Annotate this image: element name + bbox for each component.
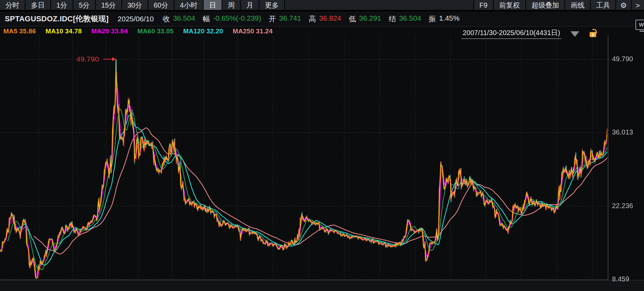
y-axis-label-high: 49.790 [612, 55, 633, 63]
settle-field: 结 36.504 [389, 14, 421, 24]
tab-1min[interactable]: 1分 [51, 0, 73, 10]
open-field: 开 36.741 [269, 14, 301, 24]
ma20-legend: MA20 33.84 [92, 28, 128, 35]
candlestick-chart-canvas[interactable] [0, 26, 644, 291]
dropdown-triangle-icon[interactable] [570, 31, 579, 37]
high-field: 高 36.824 [309, 14, 341, 24]
ma250-legend: MA250 31.24 [233, 28, 273, 35]
wenhua-logo-icon: WF [635, 20, 644, 30]
unlock-icon[interactable] [590, 32, 596, 37]
close-field: 收 36.504 [163, 14, 195, 24]
toolbar-spacer [285, 0, 473, 10]
f9-button[interactable]: F9 [474, 0, 493, 10]
tab-more[interactable]: 更多 [259, 0, 284, 10]
tab-monthly[interactable]: 月 [241, 0, 259, 10]
tab-30min[interactable]: 30分 [122, 0, 148, 10]
period-toolbar: 分时 多日 1分 5分 15分 30分 60分 4小时 日 周 月 更多 F9 … [0, 0, 644, 11]
chart-panel: MA5 35.86 MA10 34.78 MA20 33.84 MA60 33.… [0, 26, 644, 291]
y-axis-label-upper: 36.013 [612, 128, 633, 136]
tab-4hour[interactable]: 4小时 [174, 0, 203, 10]
ma-legend: MA5 35.86 MA10 34.78 MA20 33.84 MA60 33.… [3, 28, 273, 35]
y-axis-label-low: 8.459 [612, 275, 629, 283]
tab-daily[interactable]: 日 [204, 0, 222, 10]
change-field: 幅 -0.65%(-0.239) [203, 14, 261, 24]
forward-adjust-button[interactable]: 前复权 [494, 0, 525, 10]
tab-weekly[interactable]: 周 [222, 0, 240, 10]
ma120-legend: MA120 32.20 [183, 28, 223, 35]
tab-60min[interactable]: 60分 [148, 0, 174, 10]
date-range-selector[interactable]: 2007/11/30-2025/06/10(4431日) [461, 28, 596, 39]
annotation-arrow-icon [104, 59, 112, 60]
low-field: 低 36.291 [349, 14, 381, 24]
ma60-legend: MA60 33.05 [137, 28, 173, 35]
draw-line-button[interactable]: 画线 [565, 0, 590, 10]
date-range-text[interactable]: 2007/11/30-2025/06/10(4431日) [461, 28, 561, 39]
time-axis-strip [0, 280, 644, 291]
chevron-right-icon[interactable]: > [632, 0, 644, 10]
all-time-high-annotation: 49.790 [76, 55, 99, 63]
gear-icon[interactable]: ⚙ [616, 0, 631, 10]
y-axis-label-lower: 22.236 [612, 202, 633, 210]
quote-info-bar: SPTAGUSDOZ.IDC[伦敦银现] 2025/06/10 收 36.504… [0, 11, 644, 26]
amplitude-field: 振 1.45% [429, 14, 460, 24]
quote-date: 2025/06/10 [118, 15, 154, 23]
tab-15min[interactable]: 15分 [96, 0, 121, 10]
ma10-legend: MA10 34.78 [46, 28, 82, 35]
tab-timeline[interactable]: 分时 [0, 0, 25, 10]
tab-5min[interactable]: 5分 [73, 0, 95, 10]
ma5-legend: MA5 35.86 [3, 28, 36, 35]
super-overlay-button[interactable]: 超级叠加 [526, 0, 565, 10]
tools-button[interactable]: 工具 [591, 0, 615, 10]
symbol-name: SPTAGUSDOZ.IDC[伦敦银现] [5, 14, 109, 24]
tab-multiday[interactable]: 多日 [25, 0, 50, 10]
